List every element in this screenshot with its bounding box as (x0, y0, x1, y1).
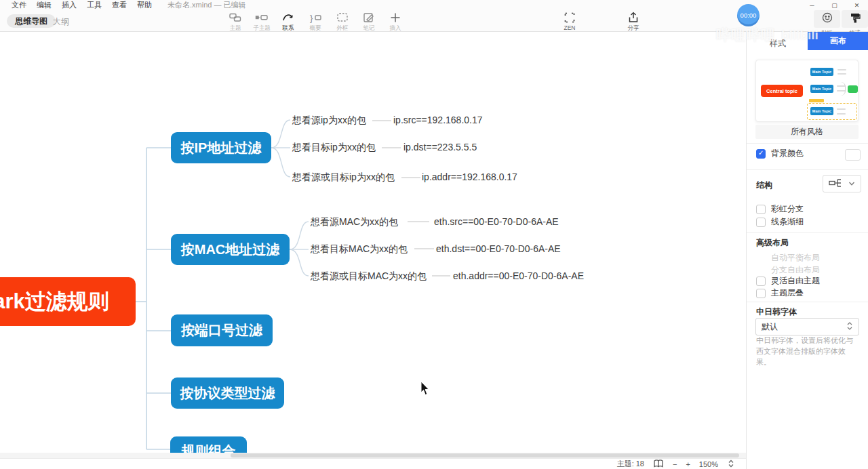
topic-mac-addr-q[interactable]: 想看源或目标MAC为xx的包 (311, 270, 427, 283)
structure-label: 结构 (756, 180, 772, 191)
central-topic[interactable]: Wireshark过滤规则 (0, 277, 136, 326)
share-button[interactable]: 分享 (618, 11, 648, 33)
toolbar-insert-button[interactable]: 插入 (380, 11, 410, 33)
topic-ip-src-q[interactable]: 想看源ip为xx的包 (292, 115, 366, 127)
topic-ip-addr-a[interactable]: ip.addr==192.168.0.17 (422, 171, 517, 182)
relationship-icon (273, 11, 303, 24)
background-color-label: 背景颜色 (771, 148, 804, 159)
svg-text:}: } (310, 12, 313, 22)
branch-port-filter[interactable]: 按端口号过滤 (171, 314, 273, 346)
menu-file[interactable]: 文件 (12, 0, 26, 10)
rainbow-branch-checkbox[interactable] (756, 205, 766, 214)
auto-balance-label: 自动平衡布局 (771, 252, 820, 264)
menu-insert[interactable]: 插入 (62, 0, 77, 10)
flexible-floating-checkbox[interactable] (756, 277, 766, 286)
format-panel: 样式 画布 Central topic Main Topic Main Topi… (746, 32, 868, 469)
topic-ip-addr-q[interactable]: 想看源或目标ip为xx的包 (292, 171, 395, 184)
scrollbar-thumb[interactable] (231, 453, 739, 457)
window-controls: ─ ▢ ✕ (801, 0, 868, 10)
toolbar-note-button[interactable]: 笔记 (354, 11, 384, 33)
tapered-lines-checkbox[interactable] (756, 218, 766, 227)
branch-rule-combo[interactable]: 规则组合 (170, 436, 247, 453)
topic-mac-dst-a[interactable]: eth.dst==00-E0-70-D0-6A-AE (436, 243, 561, 254)
flexible-floating-label: 灵活自由主题 (771, 275, 820, 287)
preview-summary-topic (848, 85, 858, 93)
topic-mac-addr-a[interactable]: eth.addr==00-E0-70-D0-6A-AE (453, 270, 584, 281)
up-down-chevron-icon (846, 321, 853, 333)
zoom-level[interactable]: 150% (699, 460, 718, 468)
structure-logic-chart-icon (829, 178, 844, 190)
close-icon[interactable]: ✕ (846, 2, 868, 9)
sticker-button[interactable] (814, 10, 840, 28)
branch-protocol-filter[interactable]: 按协议类型过滤 (171, 378, 284, 409)
preview-main-topic: Main Topic (810, 107, 833, 115)
recording-timer: 00:00 (737, 4, 760, 26)
summary-icon: } (300, 11, 330, 24)
topic-mac-src-a[interactable]: eth.src==00-E0-70-D0-6A-AE (434, 216, 559, 227)
topic-ip-src-a[interactable]: ip.src==192.168.0.17 (393, 115, 483, 125)
style-preview-card[interactable]: Central topic Main Topic Main Topic Main… (755, 60, 859, 122)
menu-help[interactable]: 帮助 (137, 0, 152, 10)
xmind-window: 文件 编辑 插入 工具 查看 帮助 未命名.xmind — 已编辑 ─ ▢ ✕ … (0, 0, 868, 469)
toolbar-relationship-button[interactable]: 联系 (273, 11, 303, 33)
cjk-font-title: 中日韩字体 (756, 306, 797, 318)
zoom-in-button[interactable]: + (686, 460, 690, 468)
menu-bar: 文件 编辑 插入 工具 查看 帮助 未命名.xmind — 已编辑 ─ ▢ ✕ (0, 0, 868, 10)
background-color-checkbox[interactable] (756, 149, 766, 159)
cjk-font-help: 中日韩字体，设置后将优化与西文字体混合排版的字体效果。 (756, 335, 858, 368)
zen-mode-button[interactable]: ZEN (555, 11, 585, 31)
branch-ip-filter[interactable]: 按IP地址过滤 (171, 132, 271, 163)
overview-icon[interactable] (653, 458, 664, 469)
tab-outline[interactable]: 大纲 (53, 16, 69, 28)
structure-dropdown[interactable] (823, 175, 861, 192)
branch-free-label: 分支自由布局 (771, 264, 820, 276)
toolbar-summary-button[interactable]: } 概要 (300, 11, 330, 33)
preview-boundary-title (809, 99, 824, 102)
toolbar-boundary-button[interactable]: 外框 (328, 11, 357, 33)
fit-zoom-icon[interactable] (727, 459, 735, 469)
preview-boundary-box: Main Topic (807, 103, 857, 120)
maximize-icon[interactable]: ▢ (823, 2, 846, 9)
tab-style[interactable]: 样式 (770, 38, 786, 49)
note-icon (354, 11, 384, 24)
branch-mac-filter[interactable]: 按MAC地址过滤 (171, 234, 290, 265)
mindmap-canvas[interactable]: Wireshark过滤规则 按IP地址过滤 按MAC地址过滤 按端口号过滤 按协… (0, 32, 746, 453)
tapered-lines-label: 线条渐细 (771, 216, 804, 228)
horizontal-scrollbar[interactable] (0, 453, 746, 458)
preview-central-topic: Central topic (761, 85, 803, 97)
preview-main-topic: Main Topic (810, 85, 833, 93)
cjk-font-value: 默认 (762, 321, 778, 333)
topic-ip-dst-q[interactable]: 想看目标ip为xx的包 (292, 142, 376, 154)
rainbow-branch-label: 彩虹分支 (771, 203, 804, 215)
cjk-font-dropdown[interactable]: 默认 (755, 318, 859, 335)
topic-count: 主题: 18 (617, 459, 644, 469)
minimize-icon[interactable]: ─ (801, 2, 823, 9)
zen-icon (555, 11, 585, 24)
chevron-down-icon (848, 179, 855, 188)
connector-lines (0, 32, 746, 453)
topic-ip-dst-a[interactable]: ip.dst==223.5.5.5 (403, 142, 477, 152)
menu-edit[interactable]: 编辑 (37, 0, 52, 10)
all-styles-button[interactable]: 所有风格 (755, 125, 859, 139)
document-title: 未命名.xmind — 已编辑 (167, 0, 246, 10)
topic-mac-dst-q[interactable]: 想看目标MAC为xx的包 (311, 243, 408, 256)
topic-overlap-checkbox[interactable] (756, 289, 766, 298)
insert-plus-icon (380, 11, 410, 24)
toolbar-topic-button[interactable]: 主题 (220, 11, 250, 33)
tab-mindmap[interactable]: 思维导图 (7, 14, 56, 28)
toolbar-subtopic-button[interactable]: 子主题 (247, 11, 277, 33)
menu-tools[interactable]: 工具 (87, 0, 102, 10)
status-bar: 主题: 18 − + 150% (0, 458, 746, 469)
format-brush-icon (849, 12, 861, 26)
background-color-swatch[interactable] (845, 149, 861, 161)
boundary-icon (328, 11, 357, 24)
topic-icon (220, 11, 250, 24)
topic-mac-src-q[interactable]: 想看源MAC为xx的包 (311, 216, 398, 228)
format-button[interactable] (842, 10, 868, 28)
tab-canvas[interactable]: 画布 (808, 32, 868, 50)
sticker-icon (821, 12, 833, 26)
menu-view[interactable]: 查看 (112, 0, 127, 10)
mouse-cursor (420, 382, 430, 399)
zoom-out-button[interactable]: − (673, 460, 677, 468)
subtopic-icon (247, 11, 277, 24)
